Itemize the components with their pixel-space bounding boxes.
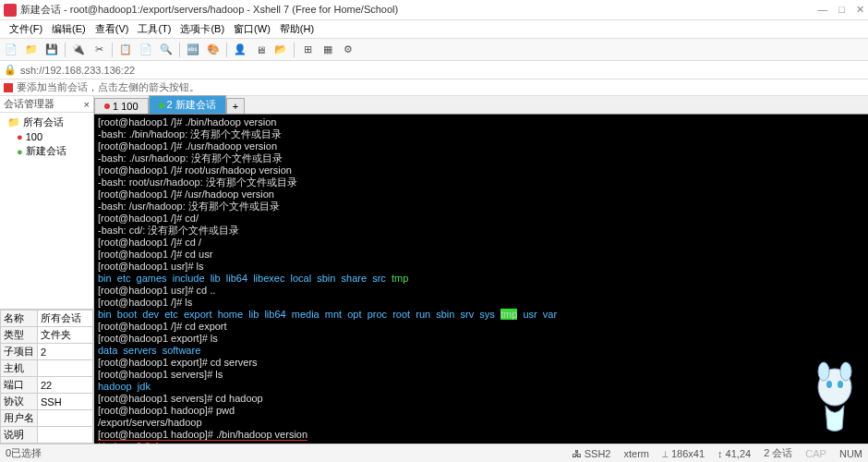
status-num: NUM xyxy=(839,448,862,459)
separator xyxy=(294,43,295,57)
hint-text: 要添加当前会话，点击左侧的箭头按钮。 xyxy=(17,80,199,94)
status-bar: 0已选择 🖧 SSH2 xterm ⟂ 186x41 ↕ 41,24 2 会话 … xyxy=(0,444,868,462)
menu-file[interactable]: 文件(F) xyxy=(6,20,46,38)
properties-table: 名称所有会话 类型文件夹 子项目2 主机 端口22 协议SSH 用户名 说明 xyxy=(0,310,93,444)
sidebar-close-icon[interactable]: × xyxy=(84,99,90,110)
title-bar: 新建会话 - root@hadoop1:/export/servers/hado… xyxy=(0,0,868,20)
menu-bar: 文件(F) 编辑(E) 查看(V) 工具(T) 选项卡(B) 窗口(W) 帮助(… xyxy=(0,20,868,39)
tab-add-button[interactable]: + xyxy=(226,98,245,114)
open-icon[interactable]: 📁 xyxy=(24,43,39,57)
tree-item[interactable]: ●100 xyxy=(0,130,93,143)
terminal-wrap: 1 100 2 新建会话 + [root@hadoop1 /]# ./bin/h… xyxy=(94,96,868,444)
prop-row: 用户名 xyxy=(1,410,93,427)
separator xyxy=(179,43,180,57)
new-icon[interactable]: 📄 xyxy=(4,43,18,57)
menu-view[interactable]: 查看(V) xyxy=(91,20,133,38)
session-icon: ● xyxy=(17,146,23,157)
tab-label: 1 100 xyxy=(113,101,139,112)
separator xyxy=(112,43,113,57)
tree-label: 所有会话 xyxy=(23,116,64,129)
lock-icon: 🔒 xyxy=(4,64,17,76)
tab-1[interactable]: 1 100 xyxy=(94,98,149,114)
prop-key: 主机 xyxy=(1,360,38,377)
font-icon[interactable]: 🔤 xyxy=(186,43,200,57)
minimize-button[interactable]: — xyxy=(817,4,827,16)
menu-tab[interactable]: 选项卡(B) xyxy=(176,20,228,38)
tree-root[interactable]: 📁所有会话 xyxy=(0,115,93,130)
sidebar-title: 会话管理器 xyxy=(4,97,54,111)
prop-key: 用户名 xyxy=(1,410,38,427)
folder-icon[interactable]: 📂 xyxy=(273,43,288,57)
close-button[interactable]: ✕ xyxy=(856,4,864,16)
status-dot-icon xyxy=(159,103,164,108)
prop-key: 端口 xyxy=(1,377,38,394)
properties-panel: 名称所有会话 类型文件夹 子项目2 主机 端口22 协议SSH 用户名 说明 xyxy=(0,309,93,444)
tab-2[interactable]: 2 新建会话 xyxy=(149,95,226,114)
status-dot-icon xyxy=(104,103,110,109)
toolbar: 📄 📁 💾 🔌 ✂ 📋 📄 🔍 🔤 🎨 👤 🖥 📂 ⊞ ▦ ⚙ xyxy=(0,39,868,61)
prop-val xyxy=(38,360,93,377)
screen-icon[interactable]: 🖥 xyxy=(253,43,268,57)
settings-icon[interactable]: ⚙ xyxy=(341,43,356,57)
disconnect-icon[interactable]: ✂ xyxy=(91,43,106,57)
plus-icon: + xyxy=(233,101,238,112)
prop-row: 协议SSH xyxy=(1,394,93,410)
status-sessions: 2 会话 xyxy=(764,446,792,460)
terminal[interactable]: [root@hadoop1 /]# ./bin/hadoop version -… xyxy=(94,115,868,444)
address-bar: 🔒 ssh://192.168.233.136:22 xyxy=(0,61,868,79)
tree-label: 新建会话 xyxy=(26,144,66,158)
prop-row: 类型文件夹 xyxy=(1,327,93,344)
prop-row: 说明 xyxy=(1,427,93,444)
status-cursor: ↕ 41,24 xyxy=(717,448,751,459)
prop-val: 22 xyxy=(38,377,93,394)
status-size: ⟂ 186x41 xyxy=(662,448,705,459)
prop-val: 文件夹 xyxy=(38,327,93,344)
status-selected: 0已选择 xyxy=(6,446,42,460)
main-area: 会话管理器 × 📁所有会话 ●100 ●新建会话 名称所有会话 类型文件夹 子项… xyxy=(0,96,868,444)
prop-val: 所有会话 xyxy=(38,310,93,327)
prop-row: 子项目2 xyxy=(1,344,93,360)
prop-key: 名称 xyxy=(1,310,38,327)
menu-help[interactable]: 帮助(H) xyxy=(276,20,318,38)
paste-icon[interactable]: 📄 xyxy=(139,43,153,57)
session-tree: 📁所有会话 ●100 ●新建会话 xyxy=(0,113,93,309)
terminal-tabs: 1 100 2 新建会话 + xyxy=(94,96,868,115)
app-icon xyxy=(4,4,17,17)
save-icon[interactable]: 💾 xyxy=(44,43,59,57)
session-icon: ● xyxy=(17,131,23,142)
status-cap: CAP xyxy=(805,448,826,459)
hint-icon xyxy=(4,83,13,92)
menu-window[interactable]: 窗口(W) xyxy=(230,20,274,38)
status-term-type: xterm xyxy=(624,448,650,459)
prop-val xyxy=(38,410,93,427)
prop-val: 2 xyxy=(38,344,93,360)
hint-bar: 要添加当前会话，点击左侧的箭头按钮。 xyxy=(0,79,868,96)
folder-icon: 📁 xyxy=(7,116,20,128)
search-icon[interactable]: 🔍 xyxy=(159,43,174,57)
prop-row: 端口22 xyxy=(1,377,93,394)
connect-icon[interactable]: 🔌 xyxy=(71,43,86,57)
user-icon[interactable]: 👤 xyxy=(233,43,247,57)
sidebar-header: 会话管理器 × xyxy=(0,96,93,113)
tile-icon[interactable]: ▦ xyxy=(320,43,335,57)
prop-key: 协议 xyxy=(1,394,38,410)
prop-key: 说明 xyxy=(1,427,38,444)
separator xyxy=(226,43,227,57)
tree-item[interactable]: ●新建会话 xyxy=(0,143,93,159)
prop-val xyxy=(38,427,93,444)
separator xyxy=(65,43,66,57)
menu-tools[interactable]: 工具(T) xyxy=(134,20,175,38)
color-icon[interactable]: 🎨 xyxy=(206,43,221,57)
status-ssh: 🖧 SSH2 xyxy=(572,448,611,459)
tree-label: 100 xyxy=(26,131,42,142)
sidebar: 会话管理器 × 📁所有会话 ●100 ●新建会话 名称所有会话 类型文件夹 子项… xyxy=(0,96,94,444)
menu-edit[interactable]: 编辑(E) xyxy=(48,20,90,38)
prop-row: 名称所有会话 xyxy=(1,310,93,327)
prop-row: 主机 xyxy=(1,360,93,377)
prop-key: 类型 xyxy=(1,327,38,344)
maximize-button[interactable]: □ xyxy=(838,4,845,16)
address-url[interactable]: ssh://192.168.233.136:22 xyxy=(20,65,135,76)
grid-icon[interactable]: ⊞ xyxy=(300,43,315,57)
prop-val: SSH xyxy=(38,394,93,410)
copy-icon[interactable]: 📋 xyxy=(118,43,133,57)
